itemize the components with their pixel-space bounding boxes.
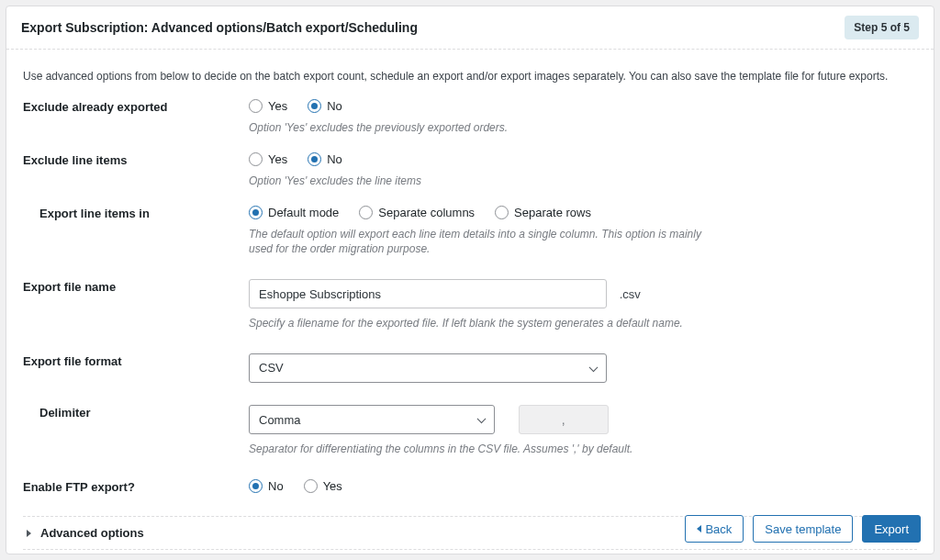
radio-label: Yes: [268, 99, 287, 113]
intro-text: Use advanced options from below to decid…: [6, 50, 934, 99]
back-button-label: Back: [705, 522, 732, 536]
radio-line-items-cols[interactable]: Separate columns: [359, 206, 475, 219]
radio-exclude-exported-no[interactable]: No: [308, 99, 342, 113]
radio-exclude-line-items-no[interactable]: No: [308, 152, 342, 166]
file-extension-label: .csv: [620, 287, 641, 301]
form-body: Exclude already exported Yes No Option '…: [6, 99, 934, 550]
hint-export-line-items-in: The default option will export each line…: [249, 227, 726, 258]
row-exclude-line-items: Exclude line items Yes No Option 'Yes' e…: [23, 152, 917, 189]
export-file-name-input[interactable]: [249, 279, 607, 308]
save-template-label: Save template: [765, 522, 841, 536]
label-exclude-line-items: Exclude line items: [23, 153, 127, 167]
radio-label: No: [327, 99, 342, 113]
radio-icon: [249, 99, 263, 113]
label-export-line-items-in: Export line items in: [39, 207, 150, 220]
radio-icon: [249, 152, 263, 166]
radio-icon: [308, 99, 321, 113]
chevron-left-icon: [697, 525, 701, 532]
row-exclude-exported: Exclude already exported Yes No Option '…: [23, 99, 917, 136]
save-template-button[interactable]: Save template: [753, 515, 853, 543]
row-export-file-name: Export file name .csv Specify a filename…: [23, 279, 917, 331]
radio-icon: [249, 206, 263, 219]
radio-icon: [359, 206, 373, 219]
radio-label: No: [327, 152, 342, 166]
advanced-options-label: Advanced options: [40, 526, 144, 540]
radio-icon: [308, 152, 321, 166]
radio-label: Separate rows: [514, 206, 591, 219]
hint-delimiter: Separator for differentiating the column…: [249, 442, 726, 457]
radio-exclude-exported-yes[interactable]: Yes: [249, 99, 287, 113]
export-panel: Export Subscription: Advanced options/Ba…: [6, 6, 934, 554]
radio-label: Separate columns: [378, 206, 475, 219]
row-export-file-format: Export file format CSV: [23, 353, 917, 383]
export-button[interactable]: Export: [862, 515, 921, 543]
delimiter-select[interactable]: Comma: [249, 405, 495, 434]
export-button-label: Export: [874, 522, 909, 536]
label-exclude-exported: Exclude already exported: [23, 100, 168, 114]
delimiter-char-display: ,: [519, 405, 609, 434]
step-indicator: Step 5 of 5: [845, 16, 919, 39]
label-delimiter: Delimiter: [39, 406, 91, 420]
footer-actions: Back Save template Export: [685, 515, 921, 543]
page-title: Export Subscription: Advanced options/Ba…: [21, 20, 418, 35]
radio-icon: [304, 479, 318, 493]
radio-label: Yes: [268, 152, 287, 166]
hint-export-file-name: Specify a filename for the exported file…: [249, 316, 726, 331]
row-export-line-items-in: Export line items in Default mode Separa…: [23, 206, 917, 258]
caret-right-icon: [27, 530, 31, 537]
radio-icon: [249, 479, 263, 493]
radio-label: Default mode: [268, 206, 339, 219]
radio-label: Yes: [323, 479, 342, 493]
export-file-format-select[interactable]: CSV: [249, 353, 607, 383]
radio-ftp-no[interactable]: No: [249, 479, 284, 493]
radio-exclude-line-items-yes[interactable]: Yes: [249, 152, 287, 166]
row-enable-ftp: Enable FTP export? No Yes: [23, 479, 917, 494]
back-button[interactable]: Back: [685, 515, 744, 543]
select-value: Comma: [259, 413, 301, 427]
row-delimiter: Delimiter Comma , Separator for differen…: [23, 405, 917, 457]
panel-header: Export Subscription: Advanced options/Ba…: [6, 6, 934, 50]
label-enable-ftp: Enable FTP export?: [23, 480, 135, 494]
select-value: CSV: [259, 361, 284, 375]
radio-ftp-yes[interactable]: Yes: [304, 479, 342, 493]
label-export-file-format: Export file format: [23, 354, 122, 368]
radio-line-items-rows[interactable]: Separate rows: [495, 206, 591, 219]
hint-exclude-exported: Option 'Yes' excludes the previously exp…: [249, 120, 726, 136]
radio-label: No: [268, 479, 284, 493]
radio-line-items-default[interactable]: Default mode: [249, 206, 339, 219]
hint-exclude-line-items: Option 'Yes' excludes the line items: [249, 174, 726, 189]
label-export-file-name: Export file name: [23, 280, 116, 294]
radio-icon: [495, 206, 509, 219]
